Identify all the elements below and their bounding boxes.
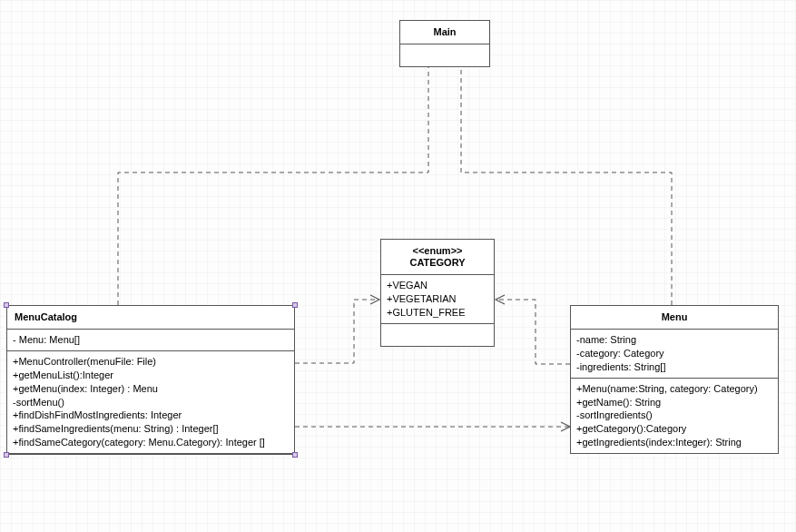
operation: +getMenuList():Integer <box>13 369 289 382</box>
class-menu[interactable]: Menu -name: String -category: Category -… <box>570 305 779 454</box>
operation: -sortMenu() <box>13 396 289 409</box>
class-category-stereotype: <<enum>> <box>385 245 490 257</box>
operation: +getName(): String <box>576 396 772 409</box>
operation: +MenuController(menuFile: File) <box>13 355 289 369</box>
class-menu-title: Menu <box>571 306 778 330</box>
attribute: -ingredients: String[] <box>576 360 772 374</box>
operation: +getMenu(index: Integer) : Menu <box>13 382 289 396</box>
attribute: -name: String <box>576 333 772 347</box>
class-menucatalog[interactable]: MenuCatalog - Menu: Menu[] +MenuControll… <box>6 305 295 455</box>
enum-value: +VEGETARIAN <box>387 292 488 306</box>
class-category-values: +VEGAN +VEGETARIAN +GLUTEN_FREE <box>381 275 494 324</box>
class-category-title: <<enum>> CATEGORY <box>381 240 494 275</box>
attribute: -category: Category <box>576 347 772 360</box>
class-menu-ops: +Menu(name:String, category: Category) +… <box>571 379 778 453</box>
class-category[interactable]: <<enum>> CATEGORY +VEGAN +VEGETARIAN +GL… <box>380 239 495 347</box>
class-category-name: CATEGORY <box>409 257 465 268</box>
class-menucatalog-name: MenuCatalog <box>15 311 77 322</box>
enum-value: +GLUTEN_FREE <box>387 306 488 320</box>
class-menucatalog-title: MenuCatalog <box>7 306 294 330</box>
selection-handle <box>292 302 298 308</box>
class-menu-attrs: -name: String -category: Category -ingre… <box>571 330 778 379</box>
selection-handle <box>292 452 298 458</box>
operation: +findDishFindMostIngredients: Integer <box>13 409 289 422</box>
class-main-empty <box>400 44 489 66</box>
enum-value: +VEGAN <box>387 279 488 292</box>
selection-handle <box>4 452 9 458</box>
operation: +findSameCategory(category: Menu.Categor… <box>13 436 289 449</box>
operation: +getIngredients(index:Integer): String <box>576 436 772 449</box>
operation: -sortIngredients() <box>576 409 772 422</box>
class-menucatalog-ops: +MenuController(menuFile: File) +getMenu… <box>7 351 294 454</box>
class-menu-name: Menu <box>662 311 688 322</box>
attribute: - Menu: Menu[] <box>13 333 289 347</box>
operation: +findSameIngredients(menu: String) : Int… <box>13 422 289 436</box>
class-main-title: Main <box>400 21 489 44</box>
class-menucatalog-attrs: - Menu: Menu[] <box>7 330 294 351</box>
class-main[interactable]: Main <box>399 20 490 67</box>
class-category-empty <box>381 324 494 346</box>
selection-handle <box>4 302 9 308</box>
class-main-name: Main <box>433 26 456 37</box>
operation: +getCategory():Category <box>576 422 772 436</box>
operation: +Menu(name:String, category: Category) <box>576 382 772 396</box>
